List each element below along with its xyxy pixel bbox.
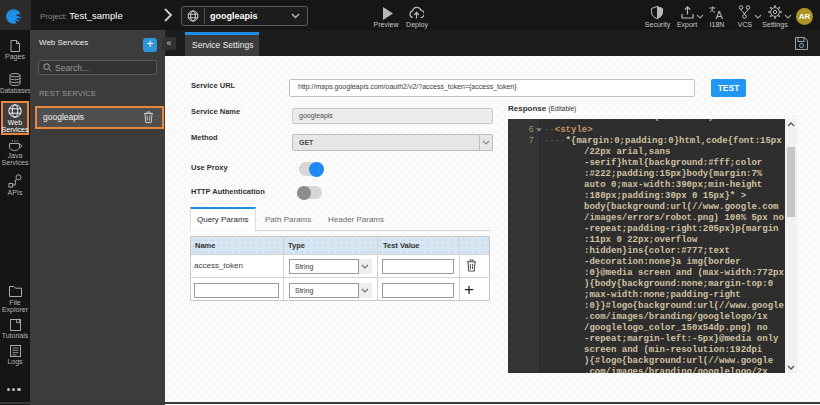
svg-text:A: A	[716, 9, 724, 20]
